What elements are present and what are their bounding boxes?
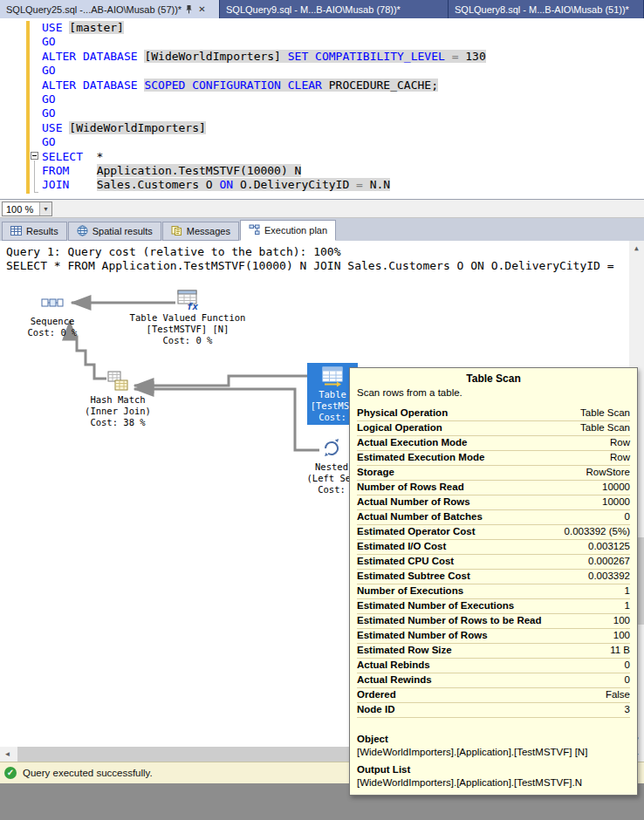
tooltip-object-value: [WideWorldImporters].[Application].[Test… bbox=[357, 744, 630, 757]
tooltip-row: Estimated Row Size11 B bbox=[357, 644, 630, 659]
tooltip-row-label: Estimated CPU Cost bbox=[357, 556, 454, 567]
tooltip-row-value: 0 bbox=[625, 674, 630, 686]
plan-toolbar: 100 % ▼ bbox=[0, 200, 644, 218]
tooltip-row: Physical OperationTable Scan bbox=[357, 407, 630, 421]
tooltip-row-value: 1 bbox=[625, 600, 630, 612]
sql-editor[interactable]: USE [master]GOALTER DATABASE [WideWorldI… bbox=[0, 18, 644, 200]
tooltip-output-list-value: [WideWorldImporters].[Application].[Test… bbox=[357, 775, 630, 788]
tooltip-row-label: Actual Rewinds bbox=[357, 674, 432, 686]
document-tab-2[interactable]: SQLQuery9.sql - M...B-AIO\Musab (78))* bbox=[220, 0, 449, 18]
fold-guide-line bbox=[34, 161, 38, 193]
sequence-icon bbox=[9, 291, 96, 314]
document-tab-label: SQLQuery25.sql -...AB-AIO\Musab (57))* bbox=[6, 4, 182, 15]
tooltip-row-value: 3 bbox=[625, 704, 630, 715]
tooltip-row-value: Table Scan bbox=[580, 422, 630, 434]
query-cost-header: Query 1: Query cost (relative to the bat… bbox=[6, 245, 341, 258]
tooltip-row: Number of Executions1 bbox=[357, 584, 630, 599]
plan-node-hash-match[interactable]: Hash Match(Inner Join)Cost: 38 % bbox=[74, 370, 161, 428]
plan-node-table-valued-function[interactable]: fx Table Valued Function[TestMSTVF] [N]C… bbox=[129, 288, 246, 346]
code-line-10: SELECT * bbox=[42, 150, 486, 164]
tooltip-row-label: Ordered bbox=[357, 689, 396, 700]
tooltip-row: Estimated Subtree Cost0.003392 bbox=[357, 570, 630, 584]
tooltip-row-label: Estimated Operator Cost bbox=[357, 526, 475, 537]
tooltip-row: Estimated Operator Cost0.003392 (5%) bbox=[357, 525, 630, 540]
scroll-up-arrow-icon[interactable]: ▲ bbox=[629, 241, 644, 256]
tooltip-row: Actual Number of Rows10000 bbox=[357, 495, 630, 510]
code-line-2: GO bbox=[42, 35, 486, 49]
execution-plan-icon bbox=[249, 224, 260, 236]
tooltip-row-value: 0 bbox=[625, 659, 630, 671]
tooltip-row-label: Node ID bbox=[357, 704, 394, 715]
tooltip-row-label: Storage bbox=[357, 467, 394, 478]
tooltip-row-value: 100 bbox=[613, 630, 630, 641]
collapse-toggle[interactable] bbox=[31, 152, 38, 160]
tooltip-row: Estimated Number of Executions1 bbox=[357, 599, 630, 614]
code-line-6: GO bbox=[42, 92, 486, 106]
tooltip-row-value: 0 bbox=[625, 511, 630, 523]
document-tab-label: SQLQuery8.sql - M...B-AIO\Musab (51))* bbox=[455, 4, 629, 15]
tab-messages[interactable]: Messages bbox=[162, 222, 239, 241]
tooltip-row-value: Table Scan bbox=[580, 407, 630, 419]
tooltip-row-label: Estimated Number of Rows bbox=[357, 630, 488, 641]
document-tab-bar: SQLQuery25.sql -...AB-AIO\Musab (57))*✕S… bbox=[0, 0, 644, 18]
tooltip-row: Actual Rewinds0 bbox=[357, 673, 630, 688]
pin-icon[interactable] bbox=[185, 4, 193, 14]
chevron-down-icon[interactable]: ▼ bbox=[39, 202, 51, 215]
code-line-11: FROM Application.TestMSTVF(10000) N bbox=[42, 164, 486, 178]
tooltip-row: StorageRowStore bbox=[357, 466, 630, 481]
code-line-4: GO bbox=[42, 64, 486, 78]
messages-icon bbox=[171, 225, 182, 236]
document-tab-1[interactable]: SQLQuery25.sql -...AB-AIO\Musab (57))*✕ bbox=[0, 0, 220, 18]
tab-execution-plan[interactable]: Execution plan bbox=[240, 220, 336, 241]
tooltip-row-value: 100 bbox=[613, 615, 630, 626]
tooltip-row-label: Actual Number of Rows bbox=[357, 496, 470, 508]
tooltip-row: Estimated Execution ModeRow bbox=[357, 451, 630, 466]
tooltip-property-rows: Physical OperationTable ScanLogical Oper… bbox=[357, 407, 630, 718]
tooltip-row: Logical OperationTable Scan bbox=[357, 421, 630, 436]
code-line-9: GO bbox=[42, 135, 486, 149]
zoom-dropdown[interactable]: 100 % ▼ bbox=[2, 202, 52, 216]
sql-code: USE [master]GOALTER DATABASE [WideWorldI… bbox=[42, 21, 486, 193]
tooltip-row-label: Estimated Subtree Cost bbox=[357, 571, 470, 582]
close-icon[interactable]: ✕ bbox=[198, 4, 205, 14]
tooltip-row: Number of Rows Read10000 bbox=[357, 481, 630, 495]
document-tab-label: SQLQuery9.sql - M...B-AIO\Musab (78))* bbox=[226, 4, 401, 15]
tooltip-row-label: Estimated I/O Cost bbox=[357, 541, 446, 552]
tooltip-row: Actual Number of Batches0 bbox=[357, 510, 630, 525]
code-line-3: ALTER DATABASE [WideWorldImporters] SET … bbox=[42, 50, 486, 64]
code-line-12: JOIN Sales.Customers O ON O.DeliveryCity… bbox=[42, 178, 486, 192]
tooltip-row-value: False bbox=[606, 689, 630, 700]
tooltip-row-label: Estimated Execution Mode bbox=[357, 452, 484, 463]
results-tab-label: Execution plan bbox=[264, 225, 327, 236]
code-line-8: USE [WideWorldImporters] bbox=[42, 121, 486, 135]
plan-node-label: Hash Match(Inner Join)Cost: 38 % bbox=[74, 394, 161, 428]
tooltip-output-list-label: Output List bbox=[357, 757, 630, 775]
tooltip-row-label: Estimated Number of Rows to be Read bbox=[357, 615, 542, 626]
tooltip-row-label: Physical Operation bbox=[357, 407, 448, 419]
plan-node-label: Table Valued Function[TestMSTVF] [N]Cost… bbox=[129, 312, 246, 346]
status-text: Query executed successfully. bbox=[23, 768, 153, 778]
tooltip-title: Table Scan bbox=[357, 371, 630, 387]
tooltip-row-value: 0.003392 bbox=[588, 571, 630, 582]
code-line-5: ALTER DATABASE SCOPED CONFIGURATION CLEA… bbox=[42, 79, 486, 92]
operator-tooltip: Table Scan Scan rows from a table. Physi… bbox=[349, 367, 638, 796]
tooltip-object-label: Object bbox=[357, 727, 630, 744]
tooltip-row: OrderedFalse bbox=[357, 688, 630, 703]
svg-text:fx: fx bbox=[187, 301, 199, 311]
results-tab-label: Messages bbox=[187, 226, 230, 236]
tab-results[interactable]: Results bbox=[2, 222, 67, 241]
document-tab-3[interactable]: SQLQuery8.sql - M...B-AIO\Musab (51))* bbox=[449, 0, 644, 18]
tooltip-row: Actual Execution ModeRow bbox=[357, 436, 630, 451]
tooltip-row-value: 0.000267 bbox=[588, 556, 630, 567]
plan-node-sequence[interactable]: SequenceCost: 0 % bbox=[9, 291, 96, 338]
tab-spatial-results[interactable]: Spatial results bbox=[68, 222, 161, 241]
tooltip-row-label: Number of Rows Read bbox=[357, 482, 464, 493]
query-statement-header: SELECT * FROM Application.TestMSTVF(1000… bbox=[6, 259, 614, 272]
tooltip-row-value: RowStore bbox=[586, 467, 631, 478]
tooltip-row-label: Estimated Row Size bbox=[357, 645, 452, 656]
results-tab-bar: ResultsSpatial resultsMessagesExecution … bbox=[0, 218, 644, 241]
scroll-left-arrow-icon[interactable]: ◄ bbox=[0, 747, 15, 762]
tooltip-row-value: Row bbox=[610, 437, 630, 448]
results-tab-label: Results bbox=[26, 226, 58, 236]
tooltip-row-label: Actual Number of Batches bbox=[357, 511, 483, 523]
